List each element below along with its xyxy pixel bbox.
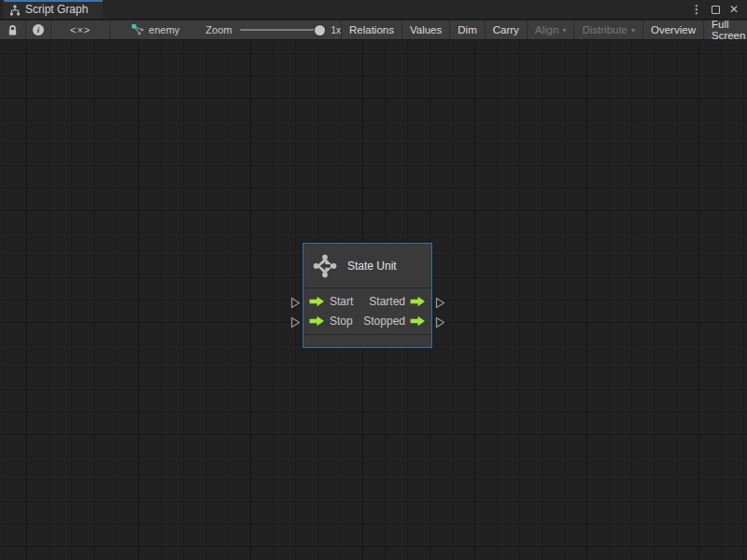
tab-script-graph[interactable]: Script Graph	[4, 0, 103, 19]
flow-outlet-icon[interactable]	[435, 316, 445, 329]
toolbar-right-group: Relations Values Dim Carry Align ▾ Distr…	[341, 21, 747, 39]
values-button[interactable]: Values	[402, 21, 449, 39]
state-unit-node[interactable]: State Unit Start Started	[303, 243, 432, 348]
full-screen-button[interactable]: Full Screen	[703, 21, 747, 39]
flow-outlet-icon[interactable]	[290, 297, 301, 309]
state-unit-icon	[313, 254, 337, 278]
flow-output-port[interactable]: Started	[369, 295, 426, 308]
flow-outlet-icon[interactable]	[435, 297, 445, 309]
graph-breadcrumb[interactable]: enemy	[131, 21, 179, 39]
carry-button[interactable]: Carry	[485, 21, 527, 39]
port-row: Stop Stopped	[309, 312, 426, 331]
dim-button[interactable]: Dim	[449, 21, 484, 39]
relations-button[interactable]: Relations	[341, 21, 402, 39]
zoom-value: 1x	[331, 25, 341, 35]
node-ports: Start Started Stop	[303, 288, 431, 335]
overview-button[interactable]: Overview	[642, 21, 703, 39]
port-row: Start Started	[309, 292, 426, 312]
flow-input-port[interactable]	[309, 296, 325, 307]
zoom-slider-track[interactable]	[240, 29, 322, 31]
distribute-dropdown-button[interactable]: Distribute ▾	[573, 21, 642, 39]
code-icon: <×>	[70, 24, 91, 35]
close-icon[interactable]: ✕	[729, 4, 739, 15]
graph-canvas[interactable]: State Unit Start Started	[0, 41, 747, 560]
graph-asset-icon	[131, 23, 144, 36]
flow-output-port[interactable]: Stopped	[363, 315, 426, 328]
flow-arrow-icon	[309, 296, 325, 307]
align-dropdown-button[interactable]: Align ▾	[527, 21, 574, 39]
info-icon: i	[33, 24, 44, 35]
window-controls: ⋮ ✕	[691, 0, 747, 19]
zoom-label: Zoom	[205, 24, 232, 35]
flow-outlet-icon[interactable]	[290, 316, 301, 329]
port-label: Start	[330, 295, 353, 308]
menu-icon[interactable]: ⋮	[691, 4, 702, 15]
node-title: State Unit	[347, 259, 397, 273]
code-preview-button[interactable]: <×>	[51, 21, 110, 39]
chevron-down-icon: ▾	[631, 27, 635, 35]
node-header[interactable]: State Unit	[303, 244, 431, 288]
graph-name-label: enemy	[148, 24, 179, 35]
flow-arrow-icon	[309, 315, 325, 327]
flow-arrow-icon	[410, 315, 426, 327]
inspect-button[interactable]: i	[26, 21, 51, 39]
port-label: Stop	[330, 315, 353, 328]
flow-arrow-icon	[410, 296, 426, 307]
tab-label: Script Graph	[25, 3, 88, 16]
lock-button[interactable]	[0, 21, 26, 39]
chevron-down-icon: ▾	[562, 27, 566, 35]
maximize-icon[interactable]	[712, 6, 720, 14]
zoom-control: Zoom 1x	[205, 21, 341, 39]
flow-input-port[interactable]	[309, 315, 325, 327]
graph-icon	[9, 5, 21, 16]
port-label: Started	[369, 295, 405, 308]
script-graph-window: Script Graph ⋮ ✕ i <×>	[0, 0, 747, 560]
lock-icon	[7, 24, 19, 36]
tab-bar: Script Graph ⋮ ✕	[0, 0, 747, 20]
port-label: Stopped	[363, 315, 405, 328]
graph-toolbar: i <×> enemy Zoom 1x Relations	[0, 21, 747, 40]
node-footer	[303, 335, 431, 347]
zoom-slider-handle[interactable]	[315, 25, 325, 35]
